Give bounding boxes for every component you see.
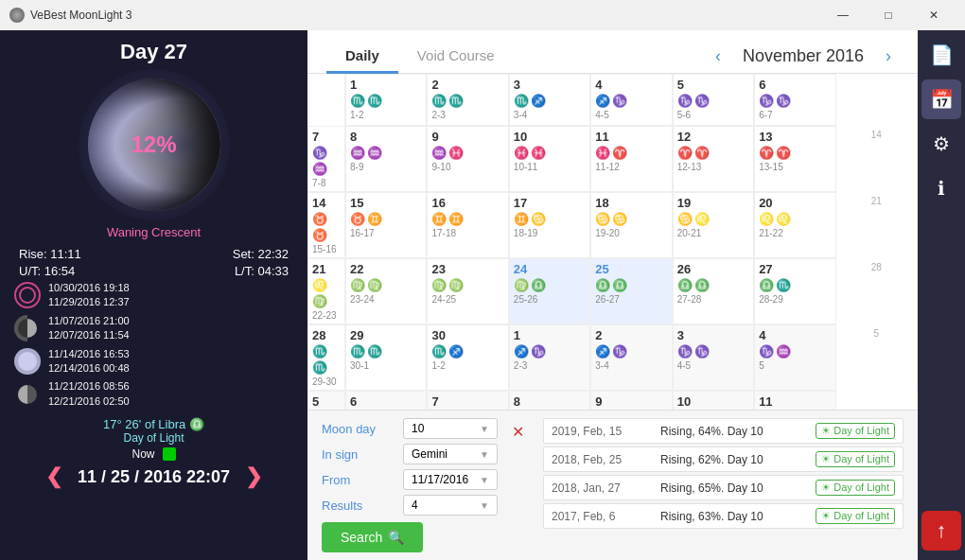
calendar-day-cell[interactable]: 7♒♓7-9 — [427, 391, 508, 410]
in-sign-select[interactable]: Gemini ▼ — [403, 444, 498, 464]
calendar-day-cell[interactable]: 17♊♋18-19 — [509, 192, 590, 258]
moon-display: 12% — [79, 69, 230, 220]
close-button[interactable]: ✕ — [912, 0, 956, 30]
sidebar-info-button[interactable]: ℹ — [921, 168, 961, 208]
calendar-day-cell[interactable]: 11♓♈11-12 — [590, 126, 672, 192]
moon-days: 20-21 — [677, 228, 749, 238]
calendar-day-cell[interactable]: 2♐♑3-4 — [590, 324, 672, 391]
day-of-light-label: Day of Light — [123, 431, 184, 445]
calendar-day-cell[interactable]: 14♉♉15-16 — [307, 192, 345, 258]
prev-month-button[interactable]: ‹ — [708, 44, 728, 68]
moon-days: 7-8 — [312, 178, 341, 188]
calendar-day-cell[interactable]: 2♏♏2-3 — [427, 74, 508, 126]
next-date-button[interactable]: ❯ — [239, 463, 268, 491]
search-result-row[interactable]: 2017, Feb, 6Rising, 63%. Day 10☀ Day of … — [543, 503, 904, 529]
search-result-row[interactable]: 2018, Jan, 27Rising, 65%. Day 10☀ Day of… — [543, 475, 904, 500]
results-select[interactable]: 4 ▼ — [403, 495, 498, 516]
calendar-day-cell[interactable]: 28♏♏29-30 — [307, 324, 345, 391]
calendar-day-cell[interactable]: 1♏♏1-2 — [345, 74, 427, 126]
day-number: 4 — [595, 78, 667, 92]
next-month-button[interactable]: › — [878, 44, 899, 68]
sidebar-doc-button[interactable]: 📄 — [921, 35, 961, 75]
svg-point-2 — [18, 352, 37, 371]
first-quarter-icon — [14, 315, 41, 341]
moon-days: 17-18 — [431, 228, 503, 238]
day-number: 22 — [350, 262, 422, 276]
calendar-day-cell[interactable]: 30♏♐1-2 — [427, 324, 508, 391]
calendar-day-cell[interactable]: 18♋♋19-20 — [590, 192, 672, 258]
calendar-day-cell[interactable]: 27♎♏28-29 — [754, 258, 835, 324]
calendar-day-cell[interactable]: 22♍♍23-24 — [345, 258, 427, 324]
calendar-day-cell[interactable]: 26♎♎27-28 — [673, 258, 754, 324]
tab-daily[interactable]: Daily — [326, 40, 398, 74]
day-number: 1 — [350, 78, 422, 92]
calendar-day-cell[interactable]: 6♒♒6-7 — [345, 391, 427, 410]
calendar-day-cell[interactable]: 4♑♒5 — [754, 324, 835, 391]
day-number: 28 — [312, 328, 341, 342]
calendar-day-cell[interactable]: 9♒♓9-10 — [427, 126, 508, 192]
calendar-day-cell[interactable]: 21♌♍22-23 — [307, 258, 345, 324]
zodiac-signs: ♍♍ — [350, 278, 422, 292]
search-result-row[interactable]: 2019, Feb, 15Rising, 64%. Day 10☀ Day of… — [543, 418, 904, 444]
calendar-day-cell[interactable]: 12♈♈12-13 — [673, 126, 754, 192]
day-number: 8 — [350, 130, 422, 144]
calendar-day-cell[interactable]: 8♒♒8-9 — [345, 126, 427, 192]
day-number: 10 — [677, 394, 749, 409]
zodiac-signs: ♈♈ — [759, 146, 831, 160]
calendar-day-cell[interactable]: 29♏♏30-1 — [345, 324, 427, 391]
full-moon-icon — [14, 348, 41, 375]
calendar-day-cell[interactable]: 20♌♌21-22 — [754, 192, 835, 258]
prev-date-button[interactable]: ❮ — [40, 463, 68, 491]
day-label: Day 27 — [120, 40, 187, 64]
calendar-day-cell[interactable]: 19♋♌20-21 — [673, 192, 754, 258]
calendar-day-cell[interactable]: 3♏♐3-4 — [509, 74, 590, 126]
result-badge: ☀ Day of Light — [816, 451, 895, 467]
day-number: 6 — [350, 394, 422, 409]
calendar-day-cell[interactable]: 7♑♒7-8 — [307, 126, 345, 192]
chevron-down-icon-4: ▼ — [480, 500, 489, 511]
sidebar-up-button[interactable]: ↑ — [921, 511, 961, 551]
calendar-day-cell[interactable]: 15♉♊16-17 — [345, 192, 427, 258]
zodiac-signs: ♎♎ — [595, 278, 667, 292]
calendar-day-cell[interactable]: 6♑♑6-7 — [754, 74, 835, 126]
search-result-row[interactable]: 2018, Feb, 25Rising, 62%. Day 10☀ Day of… — [543, 446, 904, 472]
chevron-down-icon-3: ▼ — [480, 475, 489, 485]
moon-days: 30-1 — [350, 360, 422, 371]
calendar-day-cell[interactable]: 25♎♎26-27 — [590, 258, 672, 324]
zodiac-signs: ♒♒ — [350, 146, 422, 160]
calendar-day-cell[interactable]: 1♐♑2-3 — [509, 324, 590, 391]
week-number: 28 — [836, 258, 918, 324]
day-number: 13 — [759, 130, 831, 144]
calendar-day-cell[interactable]: 13♈♈13-15 — [754, 126, 835, 192]
search-button[interactable]: Search 🔍 — [322, 522, 423, 552]
calendar-day-cell[interactable]: 11♈♈12-13 — [754, 391, 835, 410]
calendar-day-cell[interactable]: 10♈♈10-11 — [673, 391, 754, 410]
zodiac-signs: ♏♏ — [431, 94, 503, 108]
sidebar-calendar-button[interactable]: 📅 — [921, 79, 961, 119]
sidebar-settings-button[interactable]: ⚙ — [921, 124, 961, 164]
calendar-day-cell[interactable]: 8♓♓9-10 — [509, 391, 590, 410]
main-content: Day 27 12% Waning Crescent Rise: 11:11 S… — [0, 30, 965, 560]
tab-void-course[interactable]: Void Course — [398, 40, 514, 74]
calendar-day-cell[interactable]: 3♑♑4-5 — [673, 324, 754, 391]
svg-point-0 — [20, 288, 35, 303]
zodiac-signs: ♏♐ — [431, 344, 503, 359]
moon-days: 26-27 — [595, 294, 667, 305]
calendar-day-cell[interactable]: 23♍♍24-25 — [427, 258, 508, 324]
calendar-day-cell[interactable]: 10♓♓10-11 — [509, 126, 590, 192]
calendar-day-cell[interactable]: 16♊♊17-18 — [427, 192, 508, 258]
calendar-day-cell[interactable]: 9♈♈9-10 — [590, 391, 672, 410]
titlebar: VeBest MoonLight 3 — □ ✕ — [0, 0, 965, 30]
day-number: 5 — [312, 394, 341, 409]
maximize-button[interactable]: □ — [867, 0, 910, 30]
month-navigator: ‹ November 2016 › — [708, 44, 899, 68]
calendar-day-cell[interactable]: 5♑♑5-6 — [673, 74, 754, 126]
set-time: Set: 22:32 — [233, 247, 289, 261]
from-select[interactable]: 11/17/2016 ▼ — [403, 469, 498, 490]
minimize-button[interactable]: — — [821, 0, 865, 30]
calendar-day-cell[interactable]: 5♒♒5-6 — [307, 391, 345, 410]
calendar-day-cell[interactable]: 24♍♎25-26 — [509, 258, 590, 324]
calendar-day-cell[interactable]: 4♐♑4-5 — [590, 74, 672, 126]
close-search-button[interactable]: ✕ — [507, 423, 529, 441]
moon-day-select[interactable]: 10 ▼ — [403, 418, 498, 439]
